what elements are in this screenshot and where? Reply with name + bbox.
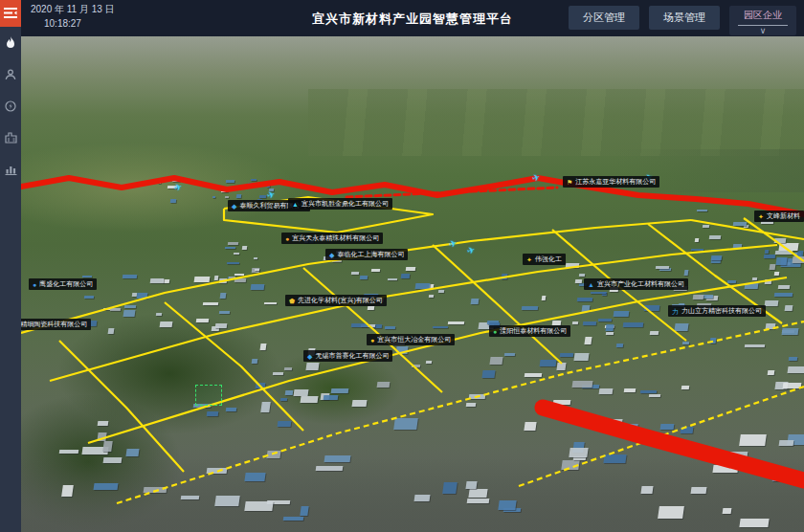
company-name: 宜兴市恒大冶金有限公司 [377, 336, 451, 344]
label-marker-icon: ◆ [232, 203, 236, 210]
map-label[interactable]: ●宜兴天永泰精珠材料有限公司 [281, 233, 383, 244]
sidebar-item-fire[interactable] [0, 27, 21, 58]
zone-management-button[interactable]: 分区管理 [569, 6, 639, 30]
scene-management-button[interactable]: 场景管理 [649, 6, 720, 30]
flame-icon [5, 36, 16, 50]
park-enterprise-label: 园区企业 [738, 9, 788, 26]
sidebar-item-energy[interactable] [0, 90, 21, 122]
label-marker-icon: ● [33, 281, 36, 288]
left-sidebar [0, 0, 21, 532]
company-name: 力山立方精密科技有限公司 [681, 307, 762, 315]
chevron-down-icon: ∨ [760, 27, 767, 34]
label-marker-icon: ◆ [329, 252, 334, 258]
header-buttons: 分区管理 场景管理 园区企业 ∨ [569, 6, 796, 35]
label-marker-icon: 力 [672, 308, 679, 315]
map-label[interactable]: ✦伟强化工 [523, 254, 566, 265]
map-label[interactable]: ●凌达精细陶瓷科技有限公司 [21, 319, 91, 330]
company-name: 宜兴市产业化工材料有限公司 [597, 280, 684, 288]
sidebar-item-statistics[interactable] [0, 153, 21, 185]
label-marker-icon: ● [285, 235, 289, 242]
company-name: 伟强化工 [535, 255, 562, 263]
map-label[interactable]: ●溧阳恒泰材料有限公司 [489, 325, 570, 337]
company-name: 先进化学材料(宜兴)有限公司 [298, 297, 383, 304]
company-name: 文峰新材料 [767, 212, 800, 220]
map-3d-viewport[interactable]: ◆泰顺久利贸易有限公司▲宜兴市凯胜金鼎化工有限公司●宜兴天永泰精珠材料有限公司◆… [21, 36, 804, 532]
label-marker-icon: ● [493, 328, 497, 335]
sidebar-item-person[interactable] [0, 58, 21, 90]
label-marker-icon: ● [370, 337, 374, 344]
label-marker-icon: ✦ [758, 213, 764, 220]
person-icon [5, 69, 16, 80]
app-window: 2020 年 11 月 13 日 10:18:27 宜兴市新材料产业园智慧管理平… [0, 0, 804, 532]
map-label[interactable]: ▲宜兴市凯胜金鼎化工有限公司 [288, 198, 392, 210]
map-label[interactable]: ✦文峰新材料 [754, 211, 804, 222]
menu-toggle-button[interactable] [0, 0, 21, 27]
company-labels-layer: ◆泰顺久利贸易有限公司▲宜兴市凯胜金鼎化工有限公司●宜兴天永泰精珠材料有限公司◆… [21, 36, 804, 532]
top-header: 2020 年 11 月 13 日 10:18:27 宜兴市新材料产业园智慧管理平… [21, 0, 804, 36]
map-label[interactable]: ●宜兴市恒大冶金有限公司 [367, 334, 455, 345]
company-name: 泰临化工上海有限公司 [337, 251, 404, 258]
map-label[interactable]: ●鹰盛化工有限公司 [29, 278, 97, 290]
label-marker-icon: ✦ [526, 256, 532, 263]
map-label[interactable]: ▲宜兴市产业化工材料有限公司 [584, 278, 688, 290]
hamburger-icon [4, 5, 17, 22]
map-label[interactable]: ⚑江苏永嘉亚华材料有限公司 [563, 176, 659, 188]
company-name: 宜兴天永泰精珠材料有限公司 [292, 234, 379, 242]
power-icon [5, 100, 16, 112]
company-name: 江苏永嘉亚华材料有限公司 [575, 178, 656, 186]
sidebar-item-factory[interactable] [0, 122, 21, 153]
company-name: 凌达精细陶瓷科技有限公司 [21, 321, 87, 328]
label-marker-icon: ▲ [588, 281, 594, 288]
label-marker-icon: ⚑ [567, 179, 572, 186]
map-label[interactable]: 力力山立方精密科技有限公司 [668, 305, 766, 317]
label-marker-icon: ◆ [307, 353, 312, 360]
company-name: 溧阳恒泰材料有限公司 [500, 327, 567, 335]
map-label[interactable]: ◆泰临化工上海有限公司 [325, 249, 408, 260]
company-name: 鹰盛化工有限公司 [39, 280, 93, 288]
map-label[interactable]: ⬟先进化学材料(宜兴)有限公司 [285, 295, 387, 306]
label-marker-icon: ▲ [292, 201, 299, 208]
factory-icon [5, 132, 17, 144]
label-marker-icon: ⬟ [289, 298, 295, 304]
company-name: 宜兴市凯胜金鼎化工有限公司 [302, 200, 389, 208]
park-enterprise-dropdown[interactable]: 园区企业 ∨ [729, 6, 796, 35]
company-name: 无锡市普赛化工有限公司 [315, 352, 389, 360]
map-label[interactable]: ◆无锡市普赛化工有限公司 [303, 350, 392, 362]
bar-chart-icon [5, 164, 17, 175]
